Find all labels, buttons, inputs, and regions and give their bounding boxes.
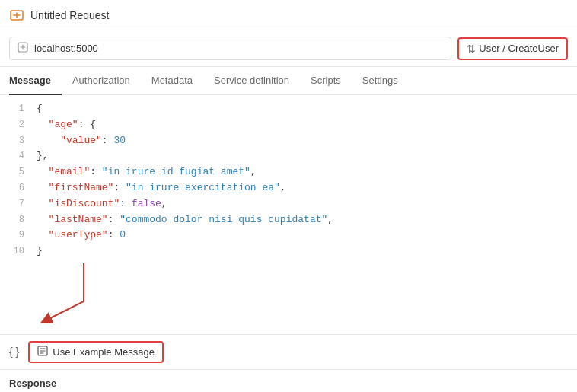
line-num-8: 8 (6, 212, 24, 228)
line-num-2: 2 (6, 117, 24, 132)
line-num-7: 7 (6, 196, 24, 212)
line-num-5: 5 (6, 164, 24, 180)
tabs-bar: Message Authorization Metadata Service d… (0, 67, 577, 95)
tab-settings[interactable]: Settings (352, 67, 409, 94)
code-line-2: 2 "age": { (0, 117, 577, 133)
line-content-6: "firstName": "in irure exercitation ea", (37, 180, 286, 196)
code-line-6: 6 "firstName": "in irure exercitation ea… (0, 180, 577, 196)
arrow-annotation (0, 260, 577, 328)
response-label: Response (9, 378, 56, 389)
line-content-3: "value": 30 (37, 133, 126, 149)
response-section: Response (0, 370, 577, 392)
line-num-4: 4 (6, 148, 24, 164)
code-editor[interactable]: 1 { 2 "age": { 3 "value": 30 4 }, 5 "ema… (0, 95, 577, 334)
line-content-8: "lastName": "commodo dolor nisi quis cup… (37, 212, 333, 228)
code-line-9: 9 "userType": 0 (0, 228, 577, 244)
tab-metadata[interactable]: Metadata (141, 67, 203, 94)
tab-scripts[interactable]: Scripts (300, 67, 352, 94)
tab-message[interactable]: Message (9, 67, 62, 94)
grpc-icon (9, 8, 24, 23)
use-example-button[interactable]: Use Example Message (28, 341, 164, 363)
line-num-3: 3 (6, 133, 24, 148)
line-content-5: "email": "in irure id fugiat amet", (37, 164, 257, 180)
code-line-10: 10 } (0, 244, 577, 260)
page-title: Untitled Request (30, 9, 110, 21)
header: Untitled Request (0, 0, 577, 30)
bottom-toolbar: { } Use Example Message (0, 334, 577, 370)
endpoint-badge[interactable]: ⇅ User / CreateUser (457, 37, 568, 60)
endpoint-label: User / CreateUser (479, 43, 559, 54)
tab-authorization[interactable]: Authorization (62, 67, 141, 94)
code-line-1: 1 { (0, 101, 577, 117)
line-num-10: 10 (6, 244, 24, 259)
line-content-1: { (37, 101, 43, 117)
line-content-9: "userType": 0 (37, 228, 126, 244)
code-line-4: 4 }, (0, 148, 577, 164)
url-input-wrapper[interactable] (9, 37, 451, 60)
code-line-8: 8 "lastName": "commodo dolor nisi quis c… (0, 212, 577, 228)
url-input[interactable] (34, 43, 443, 54)
line-num-9: 9 (6, 228, 24, 243)
braces-icon: { } (9, 346, 19, 358)
use-example-icon (37, 346, 48, 359)
line-content-4: }, (37, 148, 49, 164)
code-line-3: 3 "value": 30 (0, 133, 577, 149)
code-line-5: 5 "email": "in irure id fugiat amet", (0, 164, 577, 180)
code-line-7: 7 "isDiscount": false, (0, 196, 577, 212)
line-content-10: } (37, 244, 43, 260)
line-content-2: "age": { (37, 117, 96, 133)
line-num-6: 6 (6, 180, 24, 196)
tab-service-definition[interactable]: Service definition (203, 67, 300, 94)
line-content-7: "isDiscount": false, (37, 196, 167, 212)
arrow-svg (23, 260, 190, 328)
endpoint-arrows-icon: ⇅ (467, 43, 476, 55)
url-icon (18, 42, 28, 55)
use-example-label: Use Example Message (53, 346, 155, 358)
url-bar: ⇅ User / CreateUser (0, 30, 577, 67)
line-num-1: 1 (6, 101, 24, 116)
